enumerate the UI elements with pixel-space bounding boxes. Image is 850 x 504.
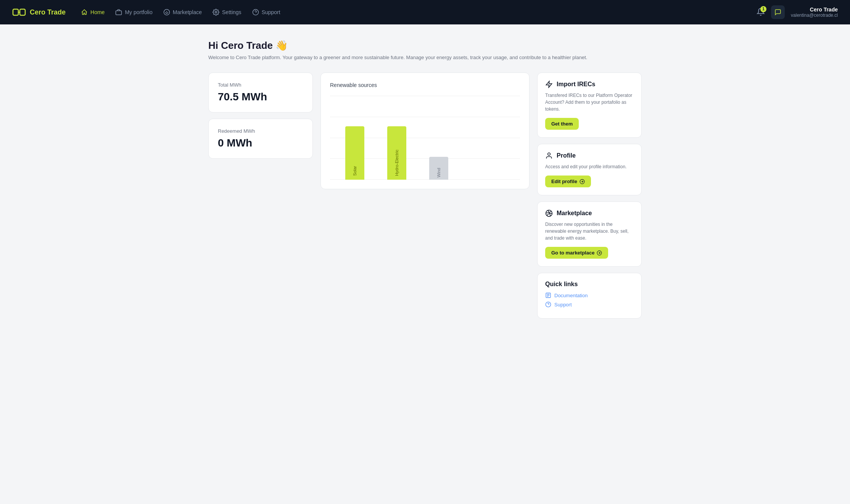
svg-point-8 [548, 153, 551, 156]
bar-hydro: Hydro-Electric [387, 126, 406, 180]
user-email: valentina@cerotrade.cl [791, 13, 838, 18]
nav-link-home[interactable]: Home [81, 9, 105, 16]
get-them-button[interactable]: Get them [545, 118, 579, 130]
marketplace-icon [163, 9, 170, 16]
profile-card: Profile Access and edit your profile inf… [537, 144, 642, 195]
profile-header: Profile [545, 152, 634, 159]
bar-solar: Solar [345, 126, 364, 180]
profile-icon [545, 152, 553, 159]
svg-rect-0 [13, 9, 18, 15]
total-mwh-label: Total MWh [218, 82, 303, 88]
page-subtitle: Welcome to Cero Trade platform. Your gat… [208, 55, 642, 60]
chart-area: Solar Hydro-Electric Wind [330, 96, 520, 180]
svg-point-4 [215, 11, 217, 13]
total-mwh-card: Total MWh 70.5 MWh [208, 72, 313, 113]
bar-group-wind: Wind [429, 157, 448, 180]
bar-wind-label: Wind [436, 168, 441, 177]
doc-icon [545, 292, 551, 298]
import-irecs-card: Import IRECs Transfered IRECs to our Pla… [537, 72, 642, 138]
brand-name: Cero Trade [30, 8, 66, 16]
left-column: Total MWh 70.5 MWh Redeemed MWh 0 MWh [208, 72, 313, 159]
nav-link-marketplace[interactable]: Marketplace [163, 9, 202, 16]
nav-link-portfolio[interactable]: My portfolio [115, 9, 152, 16]
quick-link-support[interactable]: Support [545, 301, 634, 308]
profile-desc: Access and edit your profile information… [545, 163, 634, 170]
home-icon [81, 9, 88, 16]
bar-group-solar: Solar [345, 126, 364, 180]
dashboard-grid: Total MWh 70.5 MWh Redeemed MWh 0 MWh Re… [208, 72, 642, 319]
import-irecs-header: Import IRECs [545, 81, 634, 88]
marketplace-card: Marketplace Discover new opportunities i… [537, 201, 642, 267]
support-icon [252, 9, 259, 16]
nav-left: Cero Trade Home My portfolio [12, 7, 280, 18]
support-link-icon [545, 301, 551, 308]
svg-rect-2 [116, 11, 122, 15]
bar-solar-label: Solar [353, 166, 357, 176]
marketplace-desc: Discover new opportunities in the renewa… [545, 221, 634, 242]
go-to-marketplace-button[interactable]: Go to marketplace [545, 247, 608, 259]
logo-icon [12, 7, 26, 18]
bar-group-hydro: Hydro-Electric [387, 126, 406, 180]
lightning-icon [545, 81, 553, 88]
marketplace-card-title: Marketplace [557, 210, 592, 217]
portfolio-icon [115, 9, 122, 16]
redeemed-mwh-card: Redeemed MWh 0 MWh [208, 119, 313, 159]
chart-card: Renewable sources Solar [320, 72, 530, 189]
chart-title: Renewable sources [330, 82, 520, 88]
nav-link-settings[interactable]: Settings [213, 9, 241, 16]
profile-title: Profile [557, 152, 576, 159]
page-greeting: Hi Cero Trade 👋 [208, 40, 642, 52]
import-irecs-title: Import IRECs [557, 81, 595, 88]
total-mwh-value: 70.5 MWh [218, 91, 303, 103]
chat-button[interactable] [771, 5, 785, 19]
svg-rect-1 [20, 9, 25, 15]
bar-wind: Wind [429, 157, 448, 180]
redeemed-mwh-label: Redeemed MWh [218, 128, 303, 134]
nav-links: Home My portfolio Marketplace [81, 9, 280, 16]
chat-icon [774, 9, 781, 16]
quick-links-card: Quick links Documentation [537, 273, 642, 319]
marketplace-header: Marketplace [545, 209, 634, 217]
nav-link-support[interactable]: Support [252, 9, 280, 16]
notification-badge: 1 [760, 6, 766, 12]
import-irecs-desc: Transfered IRECs to our Platform Operato… [545, 92, 634, 113]
bars-container: Solar Hydro-Electric Wind [330, 96, 520, 180]
notification-button[interactable]: 1 [757, 8, 765, 17]
bar-hydro-label: Hydro-Electric [394, 150, 399, 176]
settings-icon [213, 9, 219, 16]
user-info: Cero Trade valentina@cerotrade.cl [791, 6, 838, 18]
right-column: Import IRECs Transfered IRECs to our Pla… [537, 72, 642, 319]
arrow-circle-icon [580, 179, 585, 184]
nav-right: 1 Cero Trade valentina@cerotrade.cl [757, 5, 838, 19]
logo: Cero Trade [12, 7, 66, 18]
marketplace-arrow-icon [597, 250, 602, 256]
marketplace-card-icon [545, 209, 553, 217]
edit-profile-button[interactable]: Edit profile [545, 176, 591, 187]
navbar: Cero Trade Home My portfolio [0, 0, 850, 24]
redeemed-mwh-value: 0 MWh [218, 137, 303, 149]
user-name: Cero Trade [791, 6, 838, 13]
svg-marker-7 [546, 81, 552, 88]
quick-link-documentation[interactable]: Documentation [545, 292, 634, 298]
quick-links-title: Quick links [545, 281, 634, 288]
main-content: Hi Cero Trade 👋 Welcome to Cero Trade pl… [196, 24, 654, 334]
